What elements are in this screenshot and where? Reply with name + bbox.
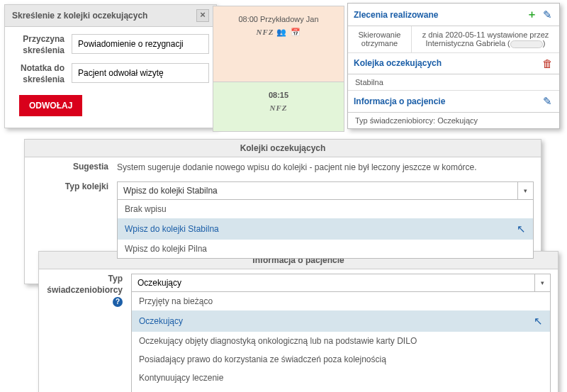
dropdown-option[interactable]: Oczekujący ↖: [132, 310, 550, 332]
beneficiary-type-label: Typ świadczeniobiorcy ?: [46, 274, 131, 308]
cancel-button[interactable]: ODWOŁAJ: [19, 95, 82, 116]
add-icon[interactable]: ＋: [525, 8, 538, 21]
dropdown-option[interactable]: Przyjęty w stanie nagłym: [132, 387, 550, 392]
slot-time-label: 08:15: [218, 91, 339, 99]
dropdown-option[interactable]: Przyjęty na bieżąco: [132, 292, 550, 310]
dropdown-option[interactable]: Wpisz do kolejki Pilna: [118, 240, 533, 258]
chevron-down-icon[interactable]: ▾: [534, 274, 550, 291]
cursor-icon: ↖: [517, 223, 526, 235]
queue-type-input[interactable]: [118, 182, 517, 199]
queue-type-dropdown: Brak wpisu Wpisz do kolejki Stabilna ↖ W…: [117, 200, 534, 259]
dropdown-option[interactable]: Wpisz do kolejki Stabilna ↖: [118, 218, 533, 240]
beneficiary-type-input[interactable]: [132, 274, 534, 291]
edit-icon[interactable]: ✎: [541, 95, 554, 108]
slot-time-label: 08:00 Przykładowy Jan: [218, 15, 339, 23]
dropdown-option[interactable]: Brak wpisu: [118, 200, 533, 218]
orders-title: Zlecenia realizowane: [354, 10, 522, 20]
reason-label: Przyczyna skreślenia: [12, 34, 72, 56]
queue-section-title: Kolejka oczekujących: [354, 58, 538, 68]
dropdown-option[interactable]: Kontynuujący leczenie: [132, 369, 550, 387]
cancel-title: Skreślenie z kolejki oczekujących: [12, 11, 147, 21]
appointment-slots: 08:00 Przykładowy Jan NFZ 👥 📅 08:15 NFZ: [213, 6, 344, 132]
slot-icons: NFZ: [218, 103, 339, 112]
queue-header: Kolejki oczekujących: [25, 140, 541, 157]
patient-info-title: Informacja o pacjencie: [354, 96, 538, 106]
order-c1: Skierowanie otrzymane: [348, 26, 412, 52]
dropdown-option[interactable]: Posiadający prawo do korzystania ze świa…: [132, 350, 550, 369]
queue-type-label: Typ kolejki: [32, 181, 117, 193]
slot-0800[interactable]: 08:00 Przykładowy Jan NFZ 👥 📅: [213, 6, 344, 82]
suggestion-label: Sugestia: [32, 162, 117, 173]
cancel-panel: Skreślenie z kolejki oczekujących × Przy…: [4, 4, 217, 128]
patient-info-panel: Informacja o pacjencie Typ świadczeniobi…: [38, 251, 558, 392]
orders-panel: Zlecenia realizowane ＋ ✎ Skierowanie otr…: [347, 3, 560, 129]
chevron-down-icon[interactable]: ▾: [517, 182, 533, 199]
beneficiary-type-dropdown: Przyjęty na bieżąco Oczekujący ↖ Oczekuj…: [131, 292, 551, 392]
order-c2: z dnia 2020-05-11 wystawione przez Inter…: [412, 26, 559, 52]
cursor-icon: ↖: [534, 315, 543, 327]
note-label: Notatka do skreślenia: [12, 63, 72, 85]
patient-info-sub: Typ świadczeniobiorcy: Oczekujący: [348, 113, 559, 128]
dropdown-option[interactable]: Oczekujący objęty diagnostyką onkologicz…: [132, 332, 550, 350]
queue-sub: Stabilna: [348, 74, 559, 91]
queue-type-combo[interactable]: ▾: [117, 181, 534, 200]
suggestion-text: System sugeruje dodanie nowego wpisu do …: [117, 162, 534, 172]
help-icon[interactable]: ?: [113, 297, 123, 307]
order-row: Skierowanie otrzymane z dnia 2020-05-11 …: [348, 26, 559, 53]
note-input[interactable]: [72, 63, 209, 83]
slot-icons: NFZ 👥 📅: [218, 28, 339, 37]
reason-input[interactable]: [72, 34, 209, 54]
slot-0815[interactable]: 08:15 NFZ: [213, 82, 344, 132]
trash-icon[interactable]: 🗑: [541, 57, 554, 69]
edit-icon[interactable]: ✎: [541, 9, 554, 21]
close-icon[interactable]: ×: [196, 9, 209, 22]
cancel-header: Skreślenie z kolejki oczekujących ×: [5, 5, 216, 27]
beneficiary-type-combo[interactable]: ▾: [131, 274, 551, 292]
